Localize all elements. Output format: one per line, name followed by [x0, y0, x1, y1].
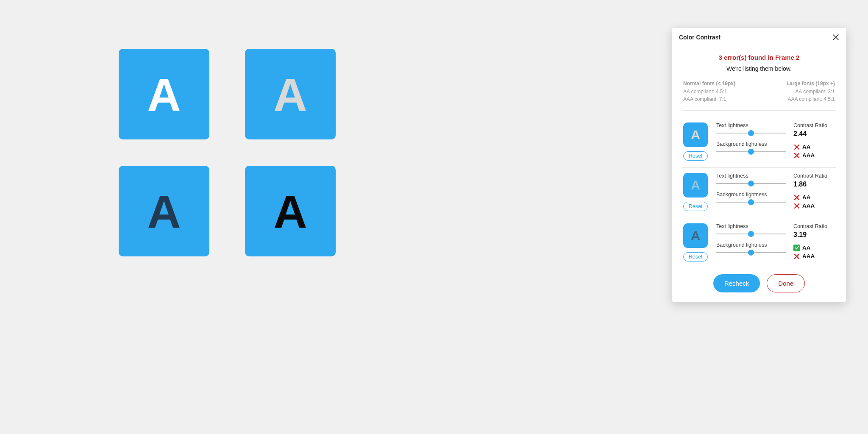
- contrast-item-3-glyph: A: [691, 228, 700, 243]
- contrast-item-2-glyph: A: [691, 178, 700, 192]
- contrast-item-1: A Reset Text lightness Background lightn…: [682, 117, 836, 168]
- swatch-2[interactable]: A: [245, 49, 336, 139]
- canvas-grid: A A A A: [119, 49, 336, 256]
- legend-normal-aaa: AAA compliant: 7:1: [683, 95, 735, 103]
- contrast-item-3-reset-button[interactable]: Reset: [683, 252, 708, 262]
- aaa-badge: AAA: [793, 253, 836, 260]
- cross-icon: [793, 203, 800, 209]
- contrast-item-2-reset-button[interactable]: Reset: [683, 202, 708, 211]
- swatch-3-glyph: A: [147, 184, 181, 238]
- aaa-label: AAA: [802, 152, 815, 159]
- error-summary-title: 3 error(s) found in Frame 2: [682, 54, 836, 61]
- legend-large-aa: AA compliant: 3:1: [787, 88, 835, 96]
- aa-label: AA: [802, 144, 811, 150]
- text-lightness-slider[interactable]: [716, 231, 786, 237]
- contrast-item-1-swatch: A: [683, 122, 708, 147]
- compliance-legend: Normal fonts (< 19px) AA compliant: 4.5:…: [682, 80, 836, 111]
- contrast-item-2-swatch: A: [683, 173, 708, 198]
- contrast-ratio-value: 1.86: [793, 181, 836, 188]
- legend-large-aaa: AAA compliant: 4.5:1: [787, 95, 835, 103]
- contrast-ratio-label: Contrast Ratio: [793, 223, 836, 229]
- aa-label: AA: [802, 245, 811, 251]
- error-summary-subtitle: We're listing them below.: [682, 65, 836, 72]
- done-button[interactable]: Done: [767, 274, 805, 292]
- background-lightness-label: Background lightness: [716, 242, 786, 248]
- contrast-item-2: A Reset Text lightness Background lightn…: [682, 168, 836, 218]
- text-lightness-label: Text lightness: [716, 122, 786, 128]
- contrast-item-3-swatch: A: [683, 223, 708, 248]
- contrast-ratio-label: Contrast Ratio: [793, 122, 836, 128]
- legend-large-heading: Large fonts (19px +): [787, 80, 835, 88]
- background-lightness-slider[interactable]: [716, 250, 786, 256]
- contrast-item-1-reset-button[interactable]: Reset: [683, 151, 708, 161]
- check-icon: [793, 245, 800, 251]
- background-lightness-label: Background lightness: [716, 192, 786, 198]
- aa-badge: AA: [793, 245, 836, 251]
- close-icon[interactable]: [832, 34, 839, 41]
- contrast-ratio-label: Contrast Ratio: [793, 173, 836, 179]
- text-lightness-slider[interactable]: [716, 130, 786, 136]
- cross-icon: [793, 144, 800, 150]
- recheck-button[interactable]: Recheck: [713, 274, 760, 292]
- aaa-label: AAA: [802, 203, 815, 209]
- swatch-3[interactable]: A: [119, 166, 209, 256]
- cross-icon: [793, 194, 800, 201]
- text-lightness-slider[interactable]: [716, 181, 786, 186]
- swatch-1[interactable]: A: [119, 49, 209, 139]
- color-contrast-panel: Color Contrast 3 error(s) found in Frame…: [672, 28, 846, 302]
- text-lightness-label: Text lightness: [716, 173, 786, 179]
- aaa-badge: AAA: [793, 152, 836, 159]
- text-lightness-label: Text lightness: [716, 223, 786, 229]
- legend-normal-heading: Normal fonts (< 19px): [683, 80, 735, 88]
- legend-normal-aa: AA compliant: 4.5:1: [683, 88, 735, 96]
- swatch-2-glyph: A: [273, 67, 307, 121]
- background-lightness-label: Background lightness: [716, 141, 786, 147]
- aaa-label: AAA: [802, 253, 815, 259]
- cross-icon: [793, 253, 800, 260]
- swatch-4-glyph: A: [273, 184, 307, 238]
- panel-header: Color Contrast: [672, 28, 846, 46]
- aa-badge: AA: [793, 144, 836, 150]
- swatch-4[interactable]: A: [245, 166, 336, 256]
- contrast-ratio-value: 3.19: [793, 231, 836, 239]
- aa-badge: AA: [793, 194, 836, 201]
- aaa-badge: AAA: [793, 203, 836, 209]
- aa-label: AA: [802, 194, 811, 200]
- panel-title: Color Contrast: [679, 34, 721, 41]
- cross-icon: [793, 152, 800, 159]
- background-lightness-slider[interactable]: [716, 149, 786, 155]
- contrast-item-3: A Reset Text lightness Background lightn…: [682, 218, 836, 268]
- swatch-1-glyph: A: [147, 67, 181, 121]
- background-lightness-slider[interactable]: [716, 199, 786, 205]
- contrast-item-1-glyph: A: [691, 128, 700, 142]
- contrast-ratio-value: 2.44: [793, 130, 836, 138]
